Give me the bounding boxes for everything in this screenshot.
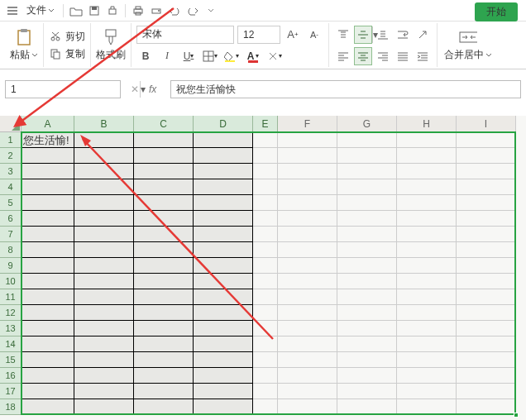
cell-D5[interactable] xyxy=(194,195,253,211)
cancel-icon[interactable]: ✕ xyxy=(126,80,144,98)
cell-A2[interactable] xyxy=(22,148,74,164)
cell-H5[interactable] xyxy=(397,195,457,211)
cell-A4[interactable] xyxy=(22,179,74,195)
cell-G5[interactable] xyxy=(337,195,397,211)
cell-B18[interactable] xyxy=(74,399,134,415)
cell-I14[interactable] xyxy=(457,336,516,352)
cell-I16[interactable] xyxy=(457,368,516,384)
cell-C14[interactable] xyxy=(134,336,194,352)
cell-E1[interactable] xyxy=(253,132,278,148)
cell-I17[interactable] xyxy=(457,384,516,399)
cell-F2[interactable] xyxy=(278,148,337,164)
cell-B2[interactable] xyxy=(74,148,134,164)
cell-I13[interactable] xyxy=(457,321,516,336)
cell-F6[interactable] xyxy=(278,211,337,227)
cell-I12[interactable] xyxy=(457,305,516,321)
row-header-4[interactable]: 4 xyxy=(0,179,22,195)
cell-G12[interactable] xyxy=(337,305,397,321)
copy-button[interactable]: 复制 xyxy=(47,46,87,62)
cell-H8[interactable] xyxy=(397,242,457,258)
font-size-combo[interactable]: ▾ xyxy=(237,26,280,44)
cell-C9[interactable] xyxy=(134,258,194,274)
orientation-button[interactable] xyxy=(414,26,432,44)
merge-center-button[interactable]: 合并居中 xyxy=(444,28,492,62)
cell-E9[interactable] xyxy=(253,258,278,274)
cell-G7[interactable] xyxy=(337,227,397,242)
row-header-3[interactable]: 3 xyxy=(0,164,22,179)
col-header-D[interactable]: D xyxy=(194,116,253,132)
cell-I7[interactable] xyxy=(457,227,516,242)
cell-I10[interactable] xyxy=(457,274,516,289)
cell-H14[interactable] xyxy=(397,336,457,352)
col-header-A[interactable]: A xyxy=(22,116,74,132)
cell-I2[interactable] xyxy=(457,148,516,164)
cell-I11[interactable] xyxy=(457,289,516,305)
file-menu[interactable]: 文件 xyxy=(23,3,58,17)
cell-G3[interactable] xyxy=(337,164,397,179)
font-color-button[interactable]: A▾ xyxy=(244,47,262,65)
cell-E6[interactable] xyxy=(253,211,278,227)
cell-G18[interactable] xyxy=(337,399,397,415)
row-header-6[interactable]: 6 xyxy=(0,211,22,227)
cell-E4[interactable] xyxy=(253,179,278,195)
cell-C18[interactable] xyxy=(134,399,194,415)
cell-F3[interactable] xyxy=(278,164,337,179)
font-name-combo[interactable]: ▾ xyxy=(136,26,234,44)
cell-C3[interactable] xyxy=(134,164,194,179)
select-all-corner[interactable] xyxy=(0,116,22,132)
cell-C15[interactable] xyxy=(134,352,194,368)
cell-B16[interactable] xyxy=(74,368,134,384)
cell-E12[interactable] xyxy=(253,305,278,321)
cell-C10[interactable] xyxy=(134,274,194,289)
cell-G15[interactable] xyxy=(337,352,397,368)
cell-C2[interactable] xyxy=(134,148,194,164)
cell-H11[interactable] xyxy=(397,289,457,305)
cell-B10[interactable] xyxy=(74,274,134,289)
clear-format-button[interactable]: ▾ xyxy=(265,47,284,65)
cell-G8[interactable] xyxy=(337,242,397,258)
row-header-1[interactable]: 1 xyxy=(0,132,22,148)
indent-button[interactable] xyxy=(414,47,432,65)
name-box-input[interactable] xyxy=(6,84,140,95)
cell-E10[interactable] xyxy=(253,274,278,289)
cell-F16[interactable] xyxy=(278,368,337,384)
col-header-F[interactable]: F xyxy=(278,116,337,132)
row-header-13[interactable]: 13 xyxy=(0,321,22,336)
paste-button[interactable]: 粘贴 xyxy=(10,28,38,62)
underline-button[interactable]: U▾ xyxy=(179,47,198,65)
cell-A5[interactable] xyxy=(22,195,74,211)
cell-G11[interactable] xyxy=(337,289,397,305)
cell-D12[interactable] xyxy=(194,305,253,321)
cell-A1[interactable]: 您生活愉! xyxy=(22,132,74,148)
align-left-button[interactable] xyxy=(334,47,352,65)
align-bottom-button[interactable] xyxy=(374,26,392,44)
cell-G17[interactable] xyxy=(337,384,397,399)
cell-B17[interactable] xyxy=(74,384,134,399)
cell-A7[interactable] xyxy=(22,227,74,242)
cell-F17[interactable] xyxy=(278,384,337,399)
cell-E8[interactable] xyxy=(253,242,278,258)
cell-G10[interactable] xyxy=(337,274,397,289)
autofill-handle[interactable] xyxy=(514,413,519,418)
cell-I1[interactable] xyxy=(457,132,516,148)
cell-H15[interactable] xyxy=(397,352,457,368)
cell-C5[interactable] xyxy=(134,195,194,211)
cell-A12[interactable] xyxy=(22,305,74,321)
qat-more-icon[interactable] xyxy=(203,3,218,18)
cell-A11[interactable] xyxy=(22,289,74,305)
cell-G1[interactable] xyxy=(337,132,397,148)
cell-G2[interactable] xyxy=(337,148,397,164)
cell-G14[interactable] xyxy=(337,336,397,352)
cell-H12[interactable] xyxy=(397,305,457,321)
row-header-5[interactable]: 5 xyxy=(0,195,22,211)
cell-F18[interactable] xyxy=(278,399,337,415)
cell-B11[interactable] xyxy=(74,289,134,305)
cell-F7[interactable] xyxy=(278,227,337,242)
cell-A18[interactable] xyxy=(22,399,74,415)
cell-D6[interactable] xyxy=(194,211,253,227)
cell-H9[interactable] xyxy=(397,258,457,274)
col-header-G[interactable]: G xyxy=(337,116,397,132)
formula-bar[interactable] xyxy=(170,80,521,98)
save-icon[interactable] xyxy=(87,3,102,18)
cell-C17[interactable] xyxy=(134,384,194,399)
